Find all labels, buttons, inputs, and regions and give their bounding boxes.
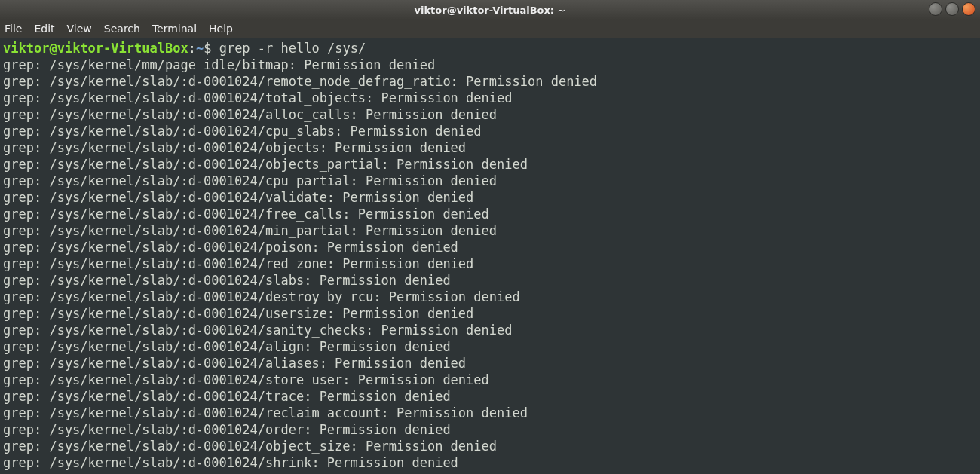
prompt-line: viktor@viktor-VirtualBox:~$ grep -r hell… — [3, 40, 977, 57]
output-line: grep: /sys/kernel/slab/:d-0001024/cpu_pa… — [3, 173, 977, 189]
menu-terminal[interactable]: Terminal — [152, 23, 197, 35]
output-line: grep: /sys/kernel/slab/:d-0001024/min_pa… — [3, 222, 977, 239]
menu-help[interactable]: Help — [209, 23, 233, 35]
output-line: grep: /sys/kernel/slab/:d-0001024/usersi… — [3, 305, 977, 322]
output-line: grep: /sys/kernel/slab/:d-0001024/order:… — [3, 421, 977, 438]
menu-edit[interactable]: Edit — [34, 23, 54, 35]
prompt-colon: : — [188, 41, 196, 56]
output-line: grep: /sys/kernel/slab/:d-0001024/total_… — [3, 90, 977, 106]
menubar: File Edit View Search Terminal Help — [0, 20, 980, 38]
output-line: grep: /sys/kernel/slab/:d-0001024/object… — [3, 139, 977, 156]
output-line: grep: /sys/kernel/slab/:d-0001024/object… — [3, 156, 977, 173]
output-line: grep: /sys/kernel/slab/:d-0001024/store_… — [3, 372, 977, 388]
output-line: grep: /sys/kernel/slab/:d-0001024/trace:… — [3, 388, 977, 405]
output-line: grep: /sys/kernel/slab/:d-0001024/reclai… — [3, 405, 977, 421]
output-line: grep: /sys/kernel/slab/:d-0001024/align:… — [3, 338, 977, 355]
output-line: grep: /sys/kernel/slab/:d-0001024/destro… — [3, 289, 977, 305]
output-line: grep: /sys/kernel/slab/:d-0001024/cpu_sl… — [3, 123, 977, 139]
minimize-button[interactable] — [929, 2, 942, 16]
prompt-path: ~ — [196, 41, 204, 56]
output-line: grep: /sys/kernel/slab/:d-0001024/remote… — [3, 73, 977, 90]
output-line: grep: /sys/kernel/slab/:d-0001024/slabs:… — [3, 272, 977, 289]
output-line: grep: /sys/kernel/slab/:d-0001024/object… — [3, 438, 977, 454]
prompt-user: viktor — [3, 41, 49, 56]
output-line: grep: /sys/kernel/slab/:d-0001024/alloc_… — [3, 106, 977, 123]
terminal-output[interactable]: viktor@viktor-VirtualBox:~$ grep -r hell… — [0, 38, 980, 474]
menu-file[interactable]: File — [5, 23, 22, 35]
titlebar[interactable]: viktor@viktor-VirtualBox: ~ — [0, 0, 980, 20]
window-buttons — [929, 2, 975, 16]
output-line: grep: /sys/kernel/slab/:d-0001024/red_zo… — [3, 255, 977, 272]
prompt-host: viktor-VirtualBox — [57, 41, 188, 56]
close-button[interactable] — [962, 2, 975, 16]
output-line: grep: /sys/kernel/slab/:d-0001024/valida… — [3, 189, 977, 206]
output-line: grep: /sys/kernel/slab/:d-0001024/shrink… — [3, 454, 977, 471]
output-lines: grep: /sys/kernel/mm/page_idle/bitmap: P… — [3, 57, 977, 471]
output-line: grep: /sys/kernel/slab/:d-0001024/sanity… — [3, 322, 977, 338]
terminal-window: viktor@viktor-VirtualBox: ~ File Edit Vi… — [0, 0, 980, 474]
window-title: viktor@viktor-VirtualBox: ~ — [415, 5, 566, 16]
prompt-dollar: $ — [204, 41, 211, 56]
menu-search[interactable]: Search — [104, 23, 140, 35]
menu-view[interactable]: View — [67, 23, 92, 35]
output-line: grep: /sys/kernel/slab/:d-0001024/poison… — [3, 239, 977, 255]
output-line: grep: /sys/kernel/slab/:d-0001024/aliase… — [3, 355, 977, 372]
output-line: grep: /sys/kernel/slab/:d-0001024/free_c… — [3, 206, 977, 222]
output-line: grep: /sys/kernel/mm/page_idle/bitmap: P… — [3, 57, 977, 73]
prompt-at: @ — [49, 41, 57, 56]
maximize-button[interactable] — [945, 2, 959, 16]
command-text: grep -r hello /sys/ — [211, 41, 366, 56]
